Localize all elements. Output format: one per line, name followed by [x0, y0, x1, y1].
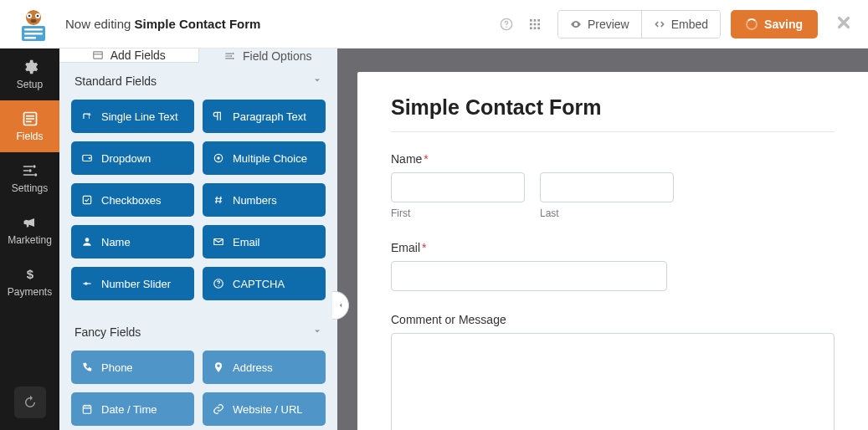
- svg-point-3: [28, 14, 31, 17]
- comment-label: Comment or Message: [391, 313, 835, 326]
- save-button[interactable]: Saving: [731, 10, 818, 38]
- first-name-input[interactable]: [391, 172, 525, 202]
- svg-point-41: [85, 282, 88, 285]
- svg-rect-8: [24, 33, 43, 35]
- svg-point-43: [218, 285, 218, 286]
- svg-point-27: [34, 173, 37, 176]
- field-checkboxes[interactable]: Checkboxes: [71, 183, 194, 217]
- svg-point-5: [31, 18, 37, 22]
- group-fancy-label: Fancy Fields: [74, 325, 141, 339]
- chevron-left-icon: [336, 301, 345, 310]
- gear-icon: [22, 59, 39, 75]
- help-icon[interactable]: [492, 10, 521, 38]
- wpforms-logo: [15, 6, 52, 43]
- field-block-name[interactable]: Name* First Last: [391, 152, 835, 219]
- svg-point-32: [230, 54, 232, 56]
- close-builder-button[interactable]: [835, 13, 853, 34]
- nav-settings[interactable]: Settings: [0, 152, 59, 204]
- chevron-down-icon: [312, 325, 322, 339]
- svg-rect-12: [530, 19, 532, 22]
- nav-payments-label: Payments: [8, 286, 52, 298]
- form-name: Simple Contact Form: [135, 17, 261, 31]
- nav-marketing-label: Marketing: [8, 234, 52, 246]
- apps-grid-icon[interactable]: [521, 10, 549, 38]
- field-block-comment[interactable]: Comment or Message: [391, 313, 835, 430]
- nav-fields[interactable]: Fields: [0, 100, 59, 152]
- eye-icon: [570, 18, 582, 30]
- svg-rect-23: [26, 118, 34, 120]
- preview-label: Preview: [588, 18, 629, 31]
- last-sublabel: Last: [540, 207, 674, 219]
- saving-spinner-icon: [746, 18, 758, 30]
- embed-label: Embed: [671, 18, 708, 31]
- field-captcha[interactable]: CAPTCHA: [203, 267, 326, 300]
- svg-rect-38: [83, 196, 90, 203]
- field-single-line-text[interactable]: TSingle Line Text: [71, 100, 194, 133]
- svg-rect-7: [24, 28, 43, 31]
- svg-point-25: [33, 165, 35, 167]
- svg-rect-22: [26, 115, 34, 117]
- field-numbers[interactable]: Numbers: [203, 183, 326, 217]
- nav-setup[interactable]: Setup: [0, 49, 59, 100]
- nav-settings-label: Settings: [12, 182, 48, 194]
- field-paragraph-text[interactable]: Paragraph Text: [203, 100, 326, 133]
- field-website-url[interactable]: Website / URL: [203, 392, 326, 426]
- field-phone[interactable]: Phone: [71, 351, 194, 384]
- group-standard-fields[interactable]: Standard Fields: [59, 63, 337, 100]
- svg-rect-19: [534, 27, 537, 29]
- history-icon: [23, 395, 38, 410]
- name-label: Name*: [391, 152, 835, 166]
- tab-field-options-label: Field Options: [243, 49, 311, 63]
- required-asterisk: *: [424, 152, 428, 166]
- chevron-down-icon: [312, 74, 322, 88]
- field-multiple-choice[interactable]: Multiple Choice: [203, 141, 326, 175]
- dollar-icon: $: [22, 266, 39, 283]
- required-asterisk: *: [422, 241, 426, 254]
- svg-rect-24: [26, 121, 32, 123]
- tab-field-options[interactable]: Field Options: [199, 49, 338, 63]
- field-number-slider[interactable]: Number Slider: [71, 267, 194, 300]
- divider: [391, 131, 835, 132]
- svg-point-33: [232, 57, 234, 59]
- revisions-button[interactable]: [14, 386, 46, 418]
- sliders-icon: [22, 162, 39, 179]
- svg-rect-20: [537, 27, 540, 29]
- group-fancy-fields[interactable]: Fancy Fields: [59, 314, 337, 351]
- nav-marketing[interactable]: Marketing: [0, 204, 59, 256]
- nav-payments[interactable]: $ Payments: [0, 256, 59, 308]
- field-date-time[interactable]: Date / Time: [71, 392, 194, 426]
- svg-rect-16: [534, 23, 537, 25]
- svg-point-39: [85, 238, 90, 242]
- field-block-email[interactable]: Email*: [391, 241, 835, 291]
- first-sublabel: First: [391, 207, 525, 219]
- field-name[interactable]: Name: [71, 225, 194, 259]
- now-editing-prefix: Now editing: [65, 17, 131, 31]
- field-dropdown[interactable]: Dropdown: [71, 141, 194, 175]
- tab-add-fields-label: Add Fields: [110, 49, 166, 62]
- svg-rect-13: [534, 19, 537, 22]
- field-email[interactable]: Email: [203, 225, 326, 259]
- svg-rect-15: [530, 23, 532, 25]
- tab-add-fields[interactable]: Add Fields: [59, 49, 199, 63]
- nav-fields-label: Fields: [16, 131, 43, 142]
- embed-button[interactable]: Embed: [641, 11, 720, 38]
- field-address[interactable]: Address: [203, 351, 326, 384]
- form-title: Simple Contact Form: [391, 95, 835, 120]
- main-nav-rail: Setup Fields Settings Marketing $ Paymen…: [0, 49, 59, 430]
- preview-button[interactable]: Preview: [558, 11, 641, 38]
- form-icon: [22, 110, 39, 127]
- preview-area: Simple Contact Form Name* First Last: [337, 49, 868, 430]
- nav-setup-label: Setup: [17, 79, 43, 90]
- svg-point-11: [506, 26, 507, 28]
- svg-rect-29: [93, 52, 102, 59]
- svg-point-37: [217, 156, 220, 160]
- svg-rect-17: [537, 23, 540, 25]
- svg-rect-9: [24, 37, 36, 39]
- options-icon: [224, 50, 236, 62]
- bullhorn-icon: [22, 214, 39, 231]
- comment-textarea[interactable]: [391, 333, 835, 430]
- now-editing: Now editing Simple Contact Form: [65, 17, 260, 31]
- svg-text:T: T: [88, 114, 92, 120]
- last-name-input[interactable]: [540, 172, 674, 202]
- email-input[interactable]: [391, 261, 667, 291]
